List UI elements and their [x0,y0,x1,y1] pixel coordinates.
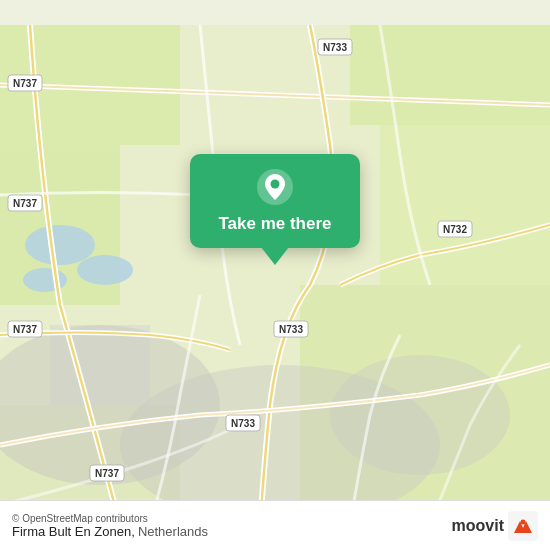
svg-rect-34 [508,511,538,541]
svg-text:N737: N737 [13,198,37,209]
svg-point-11 [25,225,95,265]
popup-label: Take me there [218,214,331,234]
svg-text:N737: N737 [13,78,37,89]
moovit-brand-icon [508,511,538,541]
location-country: Netherlands [138,524,208,539]
svg-text:N733: N733 [323,42,347,53]
svg-text:N737: N737 [13,324,37,335]
svg-text:N737: N737 [95,468,119,479]
popup-arrow [261,247,289,265]
svg-rect-2 [350,25,550,125]
svg-text:N733: N733 [279,324,303,335]
svg-rect-10 [50,325,150,405]
moovit-text: moovit [452,517,504,535]
location-name: Firma Bult En Zonen, [12,524,135,539]
svg-point-33 [271,180,280,189]
svg-point-12 [77,255,133,285]
location-pin-icon [256,168,294,206]
svg-point-35 [521,519,526,524]
svg-text:N733: N733 [231,418,255,429]
map-svg: N733 N732 N737 N737 N737 N733 N733 N737 [0,0,550,550]
map-container: N733 N732 N737 N737 N737 N733 N733 N737 [0,0,550,550]
svg-point-9 [330,355,510,475]
popup-box[interactable]: Take me there [190,154,360,248]
copyright-text: © OpenStreetMap contributors [12,513,208,524]
bottom-bar: © OpenStreetMap contributors Firma Bult … [0,500,550,550]
location-line: Firma Bult En Zonen, Netherlands [12,524,208,539]
svg-text:N732: N732 [443,224,467,235]
moovit-logo: moovit [452,511,538,541]
bottom-left: © OpenStreetMap contributors Firma Bult … [12,513,208,539]
map-popup[interactable]: Take me there [190,154,360,265]
